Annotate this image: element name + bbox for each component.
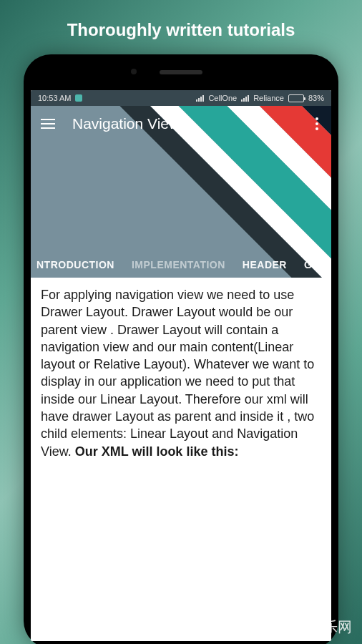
carrier-1: CellOne [208,94,237,102]
signal-icon-1 [196,94,204,102]
overflow-menu-icon[interactable] [313,114,321,133]
notification-icon [75,94,82,102]
content-bold: Our XML will look like this: [75,444,239,459]
battery-icon [288,94,304,102]
watermark: d.cn 当乐网 [278,618,352,637]
battery-percent: 83% [308,94,324,102]
status-bar: 10:53 AM CellOne Reliance 83% [31,90,331,106]
collapsing-header: Navigation View NTRODUCTION IMPLEMENTATI… [31,106,331,278]
carrier-2: Reliance [253,94,284,102]
phone-speaker [160,70,202,74]
tab-groups[interactable]: GR [304,259,320,270]
status-time: 10:53 AM [38,94,71,102]
hamburger-icon[interactable] [41,119,55,129]
watermark-text: d.cn 当乐网 [278,618,352,637]
phone-screen: 10:53 AM CellOne Reliance 83% [31,90,331,641]
signal-icon-2 [241,94,249,102]
phone-frame: 10:53 AM CellOne Reliance 83% [24,54,338,644]
promo-title: Thoroughly written tutorials [0,0,362,54]
app-bar: Navigation View [31,106,331,142]
tab-introduction[interactable]: NTRODUCTION [36,259,114,270]
tab-bar: NTRODUCTION IMPLEMENTATION HEADER GR [31,259,331,278]
page-title: Navigation View [72,115,313,132]
phone-camera [131,69,137,74]
tutorial-content[interactable]: For applying navigation view we need to … [31,278,331,469]
tab-header[interactable]: HEADER [243,259,287,270]
tab-implementation[interactable]: IMPLEMENTATION [132,259,225,270]
content-body: For applying navigation view we need to … [41,288,314,459]
